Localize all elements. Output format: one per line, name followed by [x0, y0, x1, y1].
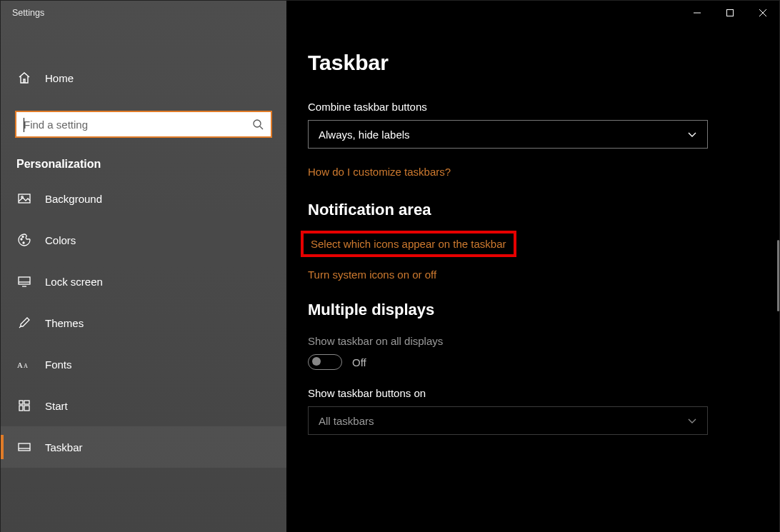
- picture-icon: [16, 191, 32, 206]
- home-button[interactable]: Home: [1, 58, 286, 98]
- sidebar-item-taskbar[interactable]: Taskbar: [1, 426, 286, 468]
- svg-rect-1: [727, 10, 734, 16]
- svg-rect-20: [19, 443, 30, 451]
- start-grid-icon: [16, 398, 32, 413]
- minimize-button[interactable]: [681, 1, 714, 24]
- show-all-displays-label: Show taskbar on all displays: [308, 335, 758, 347]
- chevron-down-icon: [687, 416, 697, 426]
- monitor-icon: [16, 274, 32, 288]
- font-icon: A A: [16, 358, 32, 371]
- toggle-state-label: Off: [352, 356, 366, 368]
- multiple-displays-heading: Multiple displays: [308, 301, 758, 319]
- home-label: Home: [45, 72, 74, 84]
- search-input[interactable]: [24, 119, 252, 131]
- sidebar-item-label: Lock screen: [45, 276, 103, 288]
- show-buttons-dropdown[interactable]: All taskbars: [308, 406, 708, 435]
- svg-rect-19: [24, 406, 29, 411]
- sidebar-item-start[interactable]: Start: [1, 385, 286, 426]
- sidebar: Home Personalization Background: [1, 1, 286, 532]
- sidebar-item-label: Background: [45, 193, 102, 205]
- sidebar-item-label: Fonts: [45, 358, 72, 371]
- svg-rect-17: [24, 401, 29, 404]
- toggle-knob: [312, 357, 321, 366]
- palette-icon: [16, 233, 32, 247]
- window-title: Settings: [1, 8, 44, 18]
- settings-window: Settings Home: [0, 0, 780, 532]
- svg-text:A: A: [24, 363, 28, 369]
- search-input-wrapper[interactable]: [15, 111, 272, 138]
- svg-point-8: [21, 239, 22, 240]
- show-buttons-on-label: Show taskbar buttons on: [308, 387, 758, 399]
- customize-taskbars-link[interactable]: How do I customize taskbars?: [308, 166, 758, 178]
- chevron-down-icon: [687, 129, 697, 139]
- annotation-highlight: Select which icons appear on the taskbar: [301, 231, 516, 257]
- svg-rect-18: [19, 406, 23, 411]
- page-title: Taskbar: [308, 51, 758, 75]
- svg-rect-16: [19, 401, 23, 404]
- home-icon: [16, 71, 32, 85]
- taskbar-icon: [16, 440, 32, 454]
- svg-text:A: A: [17, 361, 23, 369]
- sidebar-item-themes[interactable]: Themes: [1, 302, 286, 343]
- combine-label: Combine taskbar buttons: [308, 101, 758, 113]
- system-icons-link[interactable]: Turn system icons on or off: [308, 268, 758, 281]
- select-icons-link[interactable]: Select which icons appear on the taskbar: [311, 238, 506, 250]
- svg-point-10: [23, 242, 24, 244]
- main-content: Taskbar Combine taskbar buttons Always, …: [286, 1, 779, 532]
- sidebar-item-fonts[interactable]: A A Fonts: [1, 343, 286, 385]
- scrollbar-thumb[interactable]: [777, 240, 779, 311]
- sidebar-item-lock-screen[interactable]: Lock screen: [1, 261, 286, 302]
- show-all-displays-toggle[interactable]: [308, 354, 342, 370]
- combine-dropdown[interactable]: Always, hide labels: [308, 120, 708, 149]
- paintbrush-icon: [16, 316, 32, 330]
- sidebar-item-background[interactable]: Background: [1, 178, 286, 219]
- svg-point-4: [254, 120, 261, 127]
- show-all-displays-toggle-row: Off: [308, 354, 758, 370]
- sidebar-item-label: Colors: [45, 234, 76, 246]
- titlebar: Settings: [1, 1, 779, 25]
- text-caret: [24, 118, 24, 132]
- svg-rect-11: [19, 277, 30, 284]
- svg-line-5: [260, 126, 263, 129]
- maximize-button[interactable]: [714, 1, 746, 24]
- notification-area-heading: Notification area: [308, 201, 758, 219]
- sidebar-item-colors[interactable]: Colors: [1, 219, 286, 261]
- sidebar-item-label: Taskbar: [45, 441, 83, 453]
- sidebar-item-label: Themes: [45, 317, 84, 329]
- close-button[interactable]: [746, 1, 779, 24]
- dropdown-value: All taskbars: [319, 415, 374, 427]
- search-icon: [252, 119, 264, 130]
- sidebar-category: Personalization: [1, 141, 286, 178]
- dropdown-value: Always, hide labels: [319, 129, 410, 141]
- svg-point-9: [22, 236, 24, 238]
- sidebar-item-label: Start: [45, 400, 68, 412]
- window-controls: [681, 1, 779, 24]
